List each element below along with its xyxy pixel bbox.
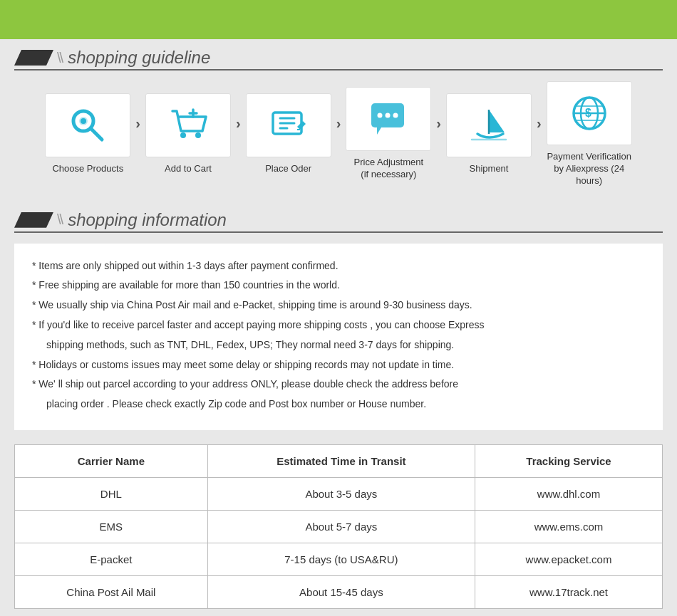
table-row: E-packet 7-15 days (to USA&RU) www.epack… — [15, 543, 663, 576]
search-icon — [66, 104, 109, 147]
tracking-epacket: www.epacket.com — [475, 543, 662, 576]
info-line-4: * If you'd like to receive parcel faster… — [32, 317, 645, 334]
svg-marker-18 — [489, 110, 505, 132]
guideline-title: shopping guideline — [68, 48, 210, 68]
info-line-1: * Items are only shipped out within 1-3 … — [32, 258, 645, 275]
svg-point-14 — [378, 113, 383, 118]
globe-icon: $ — [568, 92, 611, 135]
step-label-choose-products: Choose Products — [52, 163, 123, 175]
information-section-header: \\ shopping information — [14, 202, 663, 233]
svg-point-4 — [180, 132, 186, 138]
table-header-transit: Estimated Time in Transit — [207, 445, 475, 478]
table-row: EMS About 5-7 days www.ems.com — [15, 511, 663, 543]
info-line-3: * We usually ship via China Post Air mai… — [32, 297, 645, 314]
svg-marker-17 — [377, 127, 381, 135]
svg-line-2 — [91, 128, 102, 140]
transit-epacket: 7-15 days (to USA&RU) — [207, 543, 475, 576]
step-payment-verification: $ Payment Verification by Aliexpress (24… — [543, 81, 636, 187]
info-line-5: * Holidays or customs issues may meet so… — [32, 357, 645, 374]
arrow-4: › — [436, 115, 441, 132]
table-header-carrier: Carrier Name — [15, 445, 208, 478]
table-row: China Post Ail Mail About 15-45 days www… — [15, 576, 663, 609]
svg-point-16 — [393, 113, 398, 118]
arrow-1: › — [135, 115, 140, 132]
transit-ems: About 5-7 days — [207, 511, 475, 543]
transit-dhl: About 3-5 days — [207, 478, 475, 511]
cart-icon — [167, 104, 210, 147]
svg-text:$: $ — [585, 107, 591, 119]
step-place-order: Place Oder — [242, 93, 335, 175]
header-stripe-decoration-2 — [14, 212, 53, 228]
step-add-to-cart: Add to Cart — [142, 93, 234, 175]
header-bar — [0, 0, 677, 39]
step-label-payment-verification: Payment Verification by Aliexpress (24 h… — [543, 151, 636, 187]
info-line-2: * Free shipping are available for more t… — [32, 277, 645, 294]
svg-point-3 — [81, 118, 86, 124]
transit-china-post: About 15-45 days — [207, 576, 475, 609]
step-price-adjustment: Price Adjustment (if necessary) — [342, 87, 435, 181]
step-icon-box-shipment — [446, 93, 532, 157]
step-label-place-order: Place Oder — [265, 163, 311, 175]
chevron-decoration-2: \\ — [57, 212, 62, 228]
step-icon-box-place-order — [246, 93, 331, 157]
arrow-3: › — [336, 115, 341, 132]
step-choose-products: Choose Products — [41, 93, 134, 175]
shipping-table: Carrier Name Estimated Time in Transit T… — [14, 444, 663, 609]
steps-row: Choose Products › Add to Cart › — [14, 81, 663, 187]
step-icon-box-payment-verification: $ — [547, 81, 632, 145]
info-line-6b: placing order . Please check exactly Zip… — [32, 396, 645, 413]
svg-point-15 — [386, 113, 391, 118]
arrow-5: › — [537, 115, 542, 132]
information-title: shopping information — [68, 210, 227, 230]
table-header-tracking: Tracking Service — [475, 445, 662, 478]
info-section: * Items are only shipped out within 1-3 … — [14, 244, 663, 430]
carrier-china-post: China Post Ail Mail — [15, 576, 208, 609]
step-shipment: Shipment — [443, 93, 535, 175]
step-label-shipment: Shipment — [470, 163, 509, 175]
chat-icon — [367, 98, 410, 140]
tag-icon — [267, 104, 310, 147]
header-stripe-decoration — [14, 50, 53, 66]
step-label-add-to-cart: Add to Cart — [165, 163, 212, 175]
step-icon-box-choose-products — [45, 93, 130, 157]
info-line-4b: shipping methods, such as TNT, DHL, Fede… — [32, 337, 645, 354]
carrier-dhl: DHL — [15, 478, 208, 511]
svg-point-5 — [195, 132, 201, 138]
tracking-china-post: www.17track.net — [475, 576, 662, 609]
tracking-dhl: www.dhl.com — [475, 478, 662, 511]
table-row: DHL About 3-5 days www.dhl.com — [15, 478, 663, 511]
carrier-epacket: E-packet — [15, 543, 208, 576]
carrier-ems: EMS — [15, 511, 208, 543]
step-icon-box-price-adjustment — [346, 87, 431, 151]
guideline-section-header: \\ shopping guideline — [14, 39, 663, 71]
table-header-row: Carrier Name Estimated Time in Transit T… — [15, 445, 663, 478]
step-label-price-adjustment: Price Adjustment (if necessary) — [354, 157, 424, 181]
boat-icon — [467, 104, 510, 147]
chevron-decoration: \\ — [57, 50, 62, 66]
info-line-6: * We' ll ship out parcel according to yo… — [32, 376, 645, 393]
arrow-2: › — [236, 115, 241, 132]
step-icon-box-add-to-cart — [145, 93, 231, 157]
tracking-ems: www.ems.com — [475, 511, 662, 543]
